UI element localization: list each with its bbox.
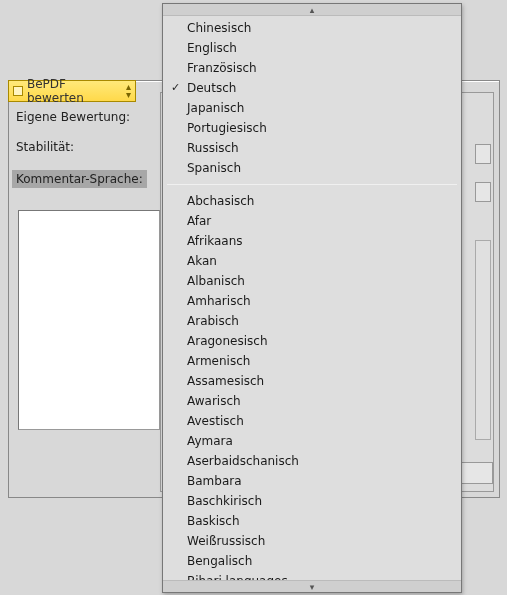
obscured-dropdown-2[interactable]: [475, 182, 491, 202]
window-zoom-icon[interactable]: ▴▾: [126, 83, 131, 99]
label-comment-language: Kommentar-Sprache:: [12, 170, 147, 188]
dropdown-scroll-up[interactable]: ▴: [163, 4, 461, 16]
language-option[interactable]: Spanisch: [163, 158, 461, 178]
language-option[interactable]: Weißrussisch: [163, 531, 461, 551]
language-option[interactable]: Russisch: [163, 138, 461, 158]
language-option[interactable]: Armenisch: [163, 351, 461, 371]
dropdown-separator: [167, 184, 457, 185]
language-dropdown[interactable]: ▴ ChinesischEnglischFranzösischDeutschJa…: [162, 3, 462, 593]
language-option[interactable]: Aymara: [163, 431, 461, 451]
window-title: BePDF bewerten: [27, 77, 122, 105]
language-option[interactable]: Baskisch: [163, 511, 461, 531]
label-rating: Eigene Bewertung:: [16, 110, 147, 124]
language-option[interactable]: Avestisch: [163, 411, 461, 431]
label-stability: Stabilität:: [16, 140, 147, 154]
dropdown-list: ChinesischEnglischFranzösischDeutschJapa…: [163, 16, 461, 580]
form-labels: Eigene Bewertung: Stabilität: Kommentar-…: [16, 110, 147, 188]
language-option[interactable]: Japanisch: [163, 98, 461, 118]
language-option[interactable]: Portugiesisch: [163, 118, 461, 138]
language-option[interactable]: Arabisch: [163, 311, 461, 331]
language-option[interactable]: Aserbaidschanisch: [163, 451, 461, 471]
window-titlebar[interactable]: BePDF bewerten ▴▾: [8, 80, 136, 102]
obscured-dropdown-1[interactable]: [475, 144, 491, 164]
obscured-scrollbar[interactable]: [475, 240, 491, 440]
language-option[interactable]: Abchasisch: [163, 191, 461, 211]
language-option[interactable]: Baschkirisch: [163, 491, 461, 511]
language-option[interactable]: Assamesisch: [163, 371, 461, 391]
language-option[interactable]: Französisch: [163, 58, 461, 78]
language-option[interactable]: Akan: [163, 251, 461, 271]
language-option[interactable]: Deutsch: [163, 78, 461, 98]
dropdown-scroll-down[interactable]: ▾: [163, 580, 461, 592]
language-option[interactable]: Albanisch: [163, 271, 461, 291]
comment-textarea[interactable]: [18, 210, 160, 430]
language-option[interactable]: Englisch: [163, 38, 461, 58]
language-option[interactable]: Bengalisch: [163, 551, 461, 571]
language-option[interactable]: Bambara: [163, 471, 461, 491]
language-option[interactable]: Chinesisch: [163, 18, 461, 38]
window-close-icon[interactable]: [13, 86, 23, 96]
language-option[interactable]: Awarisch: [163, 391, 461, 411]
language-option[interactable]: Bihari languages: [163, 571, 461, 580]
language-option[interactable]: Aragonesisch: [163, 331, 461, 351]
obscured-controls: [475, 140, 493, 490]
language-option[interactable]: Afrikaans: [163, 231, 461, 251]
language-option[interactable]: Amharisch: [163, 291, 461, 311]
language-option[interactable]: Afar: [163, 211, 461, 231]
